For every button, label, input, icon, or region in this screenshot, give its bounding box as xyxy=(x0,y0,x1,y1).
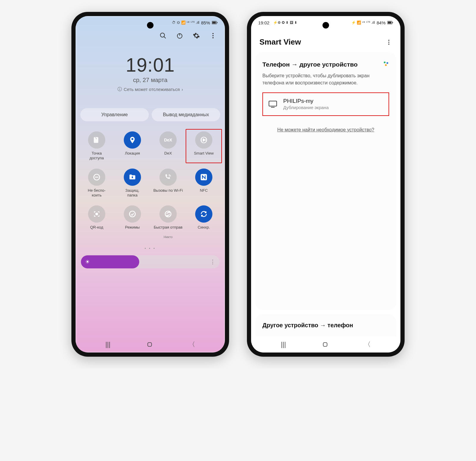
tile-nfc[interactable]: NFC xyxy=(187,169,220,198)
svg-rect-32 xyxy=(323,343,327,347)
svg-rect-17 xyxy=(96,213,98,215)
status-right-icons: ⚡ 📶 ᵛᵒ ᴸᵀᴱ .ıll xyxy=(351,21,375,25)
tile-sync[interactable]: Синхр. xyxy=(187,205,220,239)
svg-point-25 xyxy=(388,42,389,43)
tile-label: Быстрая отправ xyxy=(154,225,183,235)
tile-smartview[interactable]: Smart View xyxy=(186,129,222,163)
tile-hotspot[interactable]: Точка доступа xyxy=(80,131,113,161)
svg-rect-2 xyxy=(217,22,217,23)
quick-panel-toolbar xyxy=(76,29,225,45)
nav-recents[interactable]: ||| xyxy=(105,341,110,348)
status-icons: ⏱ ⚙ 📶 ᵛᵒ ᴸᵀᴱ .ıll xyxy=(172,21,199,25)
tile-label: DeX xyxy=(164,151,172,161)
device-subtitle: Дублирование экрана xyxy=(283,105,329,110)
svg-point-29 xyxy=(385,64,387,66)
page-indicator: • • • xyxy=(76,242,225,252)
phone-to-device-card: Телефон → другое устройство Выберите уст… xyxy=(255,52,396,310)
svg-rect-30 xyxy=(269,101,277,106)
dex-icon: DeX xyxy=(164,138,172,142)
tile-modes[interactable]: Режимы xyxy=(116,205,149,239)
nav-bar: ||| 〈 xyxy=(76,336,225,353)
svg-point-27 xyxy=(384,62,386,63)
tile-quickshare[interactable]: Быстрая отправ Никто xyxy=(152,205,184,239)
tile-label: Защищ. папка xyxy=(125,188,139,198)
cast-icon[interactable] xyxy=(383,61,389,67)
tile-secure-folder[interactable]: Защищ. папка xyxy=(116,169,149,198)
battery-text: 84% xyxy=(377,20,386,25)
section-heading: Телефон → другое устройство xyxy=(262,61,389,68)
svg-point-18 xyxy=(129,211,135,217)
tile-label: Smart View xyxy=(194,151,214,161)
folder-icon xyxy=(129,173,136,181)
svg-point-3 xyxy=(160,33,165,37)
sync-icon xyxy=(200,210,208,218)
dnd-icon xyxy=(93,173,101,181)
wificall-icon xyxy=(164,173,172,181)
svg-point-7 xyxy=(212,33,214,34)
status-time: 19:02 xyxy=(258,20,270,25)
tile-label: NFC xyxy=(200,188,208,198)
section-description: Выберите устройство, чтобы дублировать э… xyxy=(262,72,389,86)
tile-location[interactable]: Локация xyxy=(116,131,149,161)
tile-dnd[interactable]: Не беспо- коить xyxy=(80,169,113,198)
battery-icon xyxy=(387,21,393,24)
brightness-slider[interactable]: ☀ ⋮ xyxy=(81,255,220,268)
hotspot-icon xyxy=(93,136,101,144)
tile-qr[interactable]: QR-код xyxy=(80,205,113,239)
tile-label: QR-код xyxy=(90,225,103,235)
tile-sublabel: Никто xyxy=(164,235,173,239)
tile-label: Локация xyxy=(125,151,140,161)
svg-point-8 xyxy=(212,35,214,36)
nav-recents[interactable]: ||| xyxy=(281,341,286,348)
power-icon[interactable] xyxy=(176,32,183,39)
tile-wifi-calling[interactable]: Вызовы по Wi-Fi xyxy=(152,169,184,198)
tile-label: Режимы xyxy=(125,225,140,235)
tab-media-output[interactable]: Вывод медиаданных xyxy=(152,108,220,121)
tv-icon xyxy=(268,100,277,108)
svg-rect-20 xyxy=(148,343,151,347)
phone-2-frame: 19:02 ⚡⚙ ✪ ⬇ 🖼 ⬇ ⚡ 📶 ᵛᵒ ᴸᵀᴱ .ıll 84% Sma… xyxy=(247,12,405,357)
nfc-icon xyxy=(200,173,208,181)
nav-back[interactable]: 〈 xyxy=(189,340,195,349)
nav-back[interactable]: 〈 xyxy=(364,340,371,349)
tile-label: Синхр. xyxy=(198,225,210,235)
date-display: ср, 27 марта xyxy=(76,77,225,84)
page-title: Smart View xyxy=(259,37,301,47)
device-item-philips[interactable]: PHILIPs-my Дублирование экрана xyxy=(262,92,389,116)
battery-icon xyxy=(212,21,218,24)
help-link[interactable]: Не можете найти необходимое устройство? xyxy=(262,127,389,133)
tile-dex[interactable]: DeX DeX xyxy=(152,131,184,161)
section-heading: Другое устройство → телефон xyxy=(262,322,389,329)
time-display: 19:01 xyxy=(76,54,225,76)
more-icon[interactable] xyxy=(386,39,392,45)
tile-label: Вызовы по Wi-Fi xyxy=(153,188,183,198)
search-icon[interactable] xyxy=(159,32,167,39)
quick-tiles-grid: Точка доступа Локация DeX DeX Smart View xyxy=(76,124,225,242)
network-monitored-note[interactable]: ⓘ Сеть может отслеживаться › xyxy=(118,86,183,92)
phone-1-frame: ⏱ ⚙ 📶 ᵛᵒ ᴸᵀᴱ .ıll 85% xyxy=(71,12,229,357)
network-note-text: Сеть может отслеживаться xyxy=(124,87,180,92)
device-name: PHILIPs-my xyxy=(283,98,329,104)
svg-rect-15 xyxy=(132,177,133,178)
tile-label: Не беспо- коить xyxy=(88,188,106,198)
nav-home[interactable] xyxy=(146,341,153,348)
device-to-phone-card[interactable]: Другое устройство → телефон xyxy=(255,314,396,336)
svg-rect-1 xyxy=(212,22,216,24)
svg-point-26 xyxy=(388,43,389,45)
brightness-icon: ☀ xyxy=(85,259,90,265)
svg-point-9 xyxy=(212,37,214,38)
slider-more-icon[interactable]: ⋮ xyxy=(210,259,215,265)
settings-icon[interactable] xyxy=(193,32,200,39)
camera-hole xyxy=(322,22,329,29)
more-icon[interactable] xyxy=(209,32,217,39)
nav-bar: ||| 〈 xyxy=(251,336,400,353)
tab-manage[interactable]: Управление xyxy=(80,108,149,121)
modes-icon xyxy=(129,210,136,218)
nav-home[interactable] xyxy=(322,341,328,348)
battery-text: 85% xyxy=(201,20,210,25)
qr-icon xyxy=(93,210,100,218)
camera-hole xyxy=(147,22,154,29)
smartview-icon xyxy=(200,136,208,144)
svg-rect-23 xyxy=(392,22,393,23)
svg-point-24 xyxy=(388,40,389,41)
